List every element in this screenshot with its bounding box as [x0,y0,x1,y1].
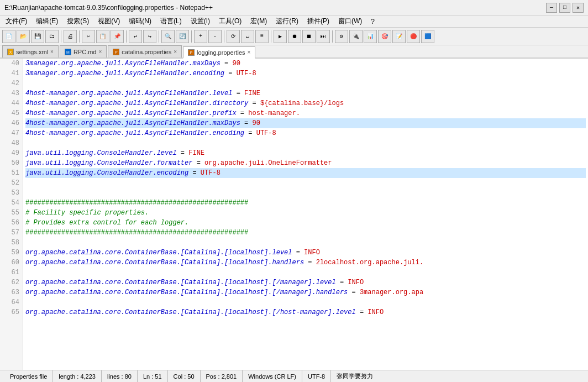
tb-sync[interactable]: ⟳ [227,30,240,43]
code-area[interactable]: 3manager.org.apache.juli.AsyncFileHandle… [23,59,588,370]
code-line: 4host-manager.org.apache.juli.AsyncFileH… [25,128,586,138]
line-number: 49 [3,148,19,158]
menu-item-r[interactable]: 运行(R) [272,15,302,27]
code-line [25,188,586,198]
tab-close-button[interactable]: × [248,49,251,55]
prop-key: org.apache.catalina.core.ContainerBase.[… [25,287,348,297]
tb-sep5 [191,30,192,43]
prop-eq: = [237,108,249,118]
tb-copy[interactable]: 📋 [96,30,109,43]
tb-plugin[interactable]: 🔌 [349,30,363,43]
prop-val: org.apache.juli.OneLineFormatter [204,158,332,168]
status-filetype: Properties file [4,370,53,382]
prop-eq: = [304,258,316,268]
prop-val: INFO [304,248,320,258]
tb-settings[interactable]: ⚙ [335,30,348,43]
tb-extra2[interactable]: 🎯 [378,30,391,43]
menu-item-n[interactable]: 编码(N) [125,15,155,27]
prop-eq: = [221,59,233,69]
prop-eq: = [336,278,348,287]
prop-key: 4host-manager.org.apache.juli.AsyncFileH… [25,108,237,118]
menu-item-i[interactable]: 设置(I) [187,15,213,27]
tab-close-button[interactable]: × [50,49,54,55]
code-line: # Facility specific properties. [25,208,586,218]
tab-catalinaproperties[interactable]: Pcatalina.properties× [108,45,182,57]
menu-item-f[interactable]: 文件(F) [2,15,30,27]
menu-item-s[interactable]: 搜索(S) [64,15,92,27]
code-line: org.apache.catalina.core.ContainerBase.[… [25,248,586,258]
tb-cut[interactable]: ✂ [82,30,95,43]
tab-rpcmd[interactable]: MRPC.md× [60,45,107,57]
minimize-button[interactable]: — [546,3,557,13]
tab-label: logging.properties [197,49,245,56]
prop-key: 4host-manager.org.apache.juli.AsyncFileH… [25,118,240,128]
tb-zoomin[interactable]: + [194,30,207,43]
line-number: 41 [3,69,19,79]
tb-find[interactable]: 🔍 [161,30,175,43]
tb-indent[interactable]: ≡ [255,30,269,43]
code-line [25,297,586,307]
menu-item-e[interactable]: 编辑(E) [33,15,61,27]
prop-val: INFO [368,307,384,317]
code-line: org.apache.catalina.core.ContainerBase.[… [25,287,586,297]
tb-replace[interactable]: 🔄 [176,30,189,43]
prop-key: 3manager.org.apache.juli.AsyncFileHandle… [25,69,224,79]
prop-val: 2localhost.org.apache.juli. [316,258,423,268]
line-number: 60 [3,258,19,268]
tb-saveall[interactable]: 🗂 [45,30,59,43]
status-pos: Pos : 2,801 [201,370,243,382]
menu-item-[interactable]: ? [368,17,378,27]
line-number: 48 [3,138,19,148]
tb-wrap[interactable]: ↵ [241,30,254,43]
tb-redo[interactable]: ↪ [143,30,156,43]
tb-zoomout[interactable]: - [208,30,222,43]
menu-item-o[interactable]: 工具(O) [216,15,245,27]
code-line: ########################################… [25,198,586,208]
tab-icon-prop: P [188,49,195,56]
code-line: org.apache.catalina.core.ContainerBase.[… [25,278,586,287]
tab-settingsxml[interactable]: Xsettings.xml× [2,45,59,57]
tb-extra1[interactable]: 📊 [364,30,377,43]
tb-macro2[interactable]: ⏺ [288,30,301,43]
maximize-button[interactable]: □ [559,3,570,13]
prop-val: UTF-8 [237,69,256,79]
prop-eq: = [224,69,237,79]
tb-undo[interactable]: ↩ [129,30,142,43]
title-controls: — □ ✕ [546,3,584,13]
menu-item-l[interactable]: 语言(L) [157,15,185,27]
tab-loggingproperties[interactable]: Plogging.properties× [183,46,255,59]
tb-print[interactable]: 🖨 [64,30,77,43]
toolbar: 📄 📂 💾 🗂 🖨 ✂ 📋 📌 ↩ ↪ 🔍 🔄 + - ⟳ ↵ ≡ ▶ ⏺ ⏹ … [0,28,588,45]
menu-item-v[interactable]: 视图(V) [95,15,123,27]
code-line: 4host-manager.org.apache.juli.AsyncFileH… [25,98,586,108]
comment-line: # Provides extra control for each logger… [25,218,188,228]
line-number: 53 [3,188,19,198]
line-number: 61 [3,268,19,278]
tb-macro1[interactable]: ▶ [274,30,287,43]
close-button[interactable]: ✕ [573,3,584,13]
tb-paste[interactable]: 📌 [111,30,124,43]
tb-save[interactable]: 💾 [31,30,44,43]
status-lines: lines : 80 [102,370,138,382]
tb-extra4[interactable]: 🔴 [407,30,420,43]
tb-extra3[interactable]: 📝 [392,30,406,43]
tab-icon-xml: X [7,49,14,55]
menu-item-m[interactable]: 宏(M) [247,15,270,27]
tb-open[interactable]: 📂 [17,30,30,43]
prop-key: java.util.logging.ConsoleHandler.encodin… [25,168,188,178]
tb-new[interactable]: 📄 [2,30,15,43]
tb-sep3 [126,30,127,43]
tab-close-button[interactable]: × [98,49,102,55]
prop-key: 4host-manager.org.apache.juli.AsyncFileH… [25,98,248,108]
tb-macro3[interactable]: ⏹ [302,30,316,43]
code-line [25,79,586,88]
status-eol: Windows (CR LF) [243,370,302,382]
tb-sep4 [159,30,159,43]
menu-item-w[interactable]: 窗口(W) [335,15,365,27]
menu-item-p[interactable]: 插件(P) [304,15,333,27]
tab-close-button[interactable]: × [174,49,177,55]
code-line: # Provides extra control for each logger… [25,218,586,228]
tb-macro4[interactable]: ⏭ [317,30,330,43]
prop-val: 3manager.org.apa [360,287,423,297]
tb-extra5[interactable]: 🟦 [421,30,434,43]
